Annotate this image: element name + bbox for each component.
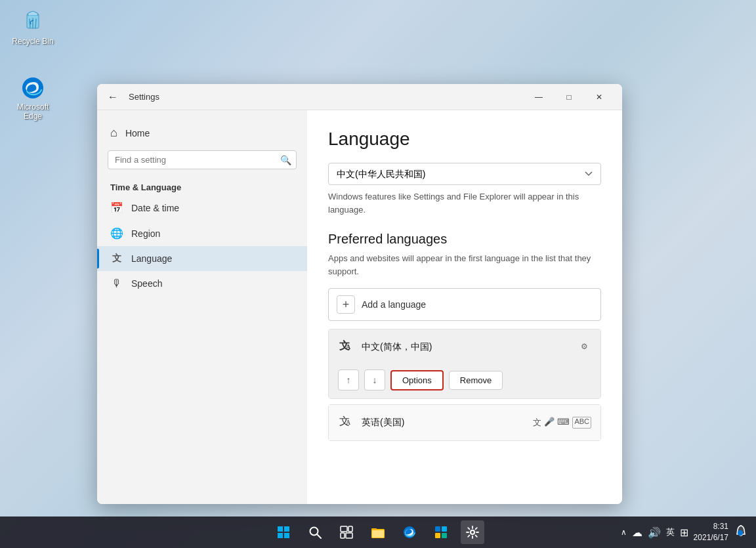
settings-sidebar: ⌂ Home 🔍 Time & Language 📅 Date & time 🌐 — [97, 110, 307, 504]
taskbar-settings-button[interactable] — [461, 520, 484, 544]
windows-language-select[interactable]: 中文(中华人民共和国) — [328, 163, 601, 185]
notification-button[interactable] — [734, 524, 748, 541]
date-time-label: Date & time — [131, 203, 179, 213]
sidebar-search: 🔍 — [108, 150, 297, 169]
window-body: ⌂ Home 🔍 Time & Language 📅 Date & time 🌐 — [97, 110, 622, 504]
notification-badge — [738, 530, 743, 536]
home-icon: ⌂ — [110, 126, 117, 140]
move-down-button[interactable]: ↓ — [364, 369, 385, 390]
sidebar-item-language[interactable]: 文 Language — [97, 246, 307, 271]
svg-rect-11 — [284, 533, 289, 538]
store-button[interactable] — [429, 520, 453, 544]
svg-rect-8 — [278, 526, 283, 532]
zh-cn-icon: 文 A — [338, 337, 354, 356]
zh-cn-controls: ↑ ↓ Options Remove — [329, 364, 600, 398]
sidebar-item-speech[interactable]: 🎙 Speech — [97, 271, 307, 296]
svg-text:A: A — [346, 343, 351, 350]
edge-image — [20, 75, 46, 101]
options-button[interactable]: Options — [390, 370, 444, 390]
minimize-button[interactable]: — — [524, 84, 554, 110]
zh-cn-settings-icon[interactable]: ⚙ — [581, 341, 591, 354]
svg-rect-25 — [442, 533, 447, 538]
svg-text:⚙: ⚙ — [581, 342, 588, 351]
en-us-name: 英语(美国) — [362, 417, 533, 429]
taskbar: ∧ ☁ 🔊 英 ⊞ 8:31 2021/6/17 — [0, 516, 756, 548]
svg-rect-9 — [284, 526, 289, 532]
taskbar-search-button[interactable] — [303, 520, 327, 544]
add-language-button[interactable]: + Add a language — [328, 288, 601, 321]
svg-rect-15 — [348, 526, 352, 532]
svg-rect-17 — [346, 533, 352, 538]
move-up-button[interactable]: ↑ — [338, 369, 359, 390]
volume-icon[interactable]: 🔊 — [648, 526, 661, 539]
svg-rect-23 — [442, 526, 447, 532]
lang-text-icon: 文 — [533, 417, 541, 429]
language-item-zh-cn: 文 A 中文(简体，中国) ⚙ ↑ — [328, 329, 601, 399]
microsoft-edge-icon[interactable]: Microsoft Edge — [7, 72, 59, 124]
language-indicator[interactable]: 英 — [666, 526, 675, 538]
preferred-desc: Apps and websites will appear in the fir… — [328, 252, 601, 278]
taskbar-time: 8:31 2021/6/17 — [694, 521, 728, 543]
system-tray-chevron[interactable]: ∧ — [621, 528, 627, 537]
region-icon: 🌐 — [110, 227, 123, 240]
clock-date: 2021/6/17 — [694, 532, 728, 543]
add-icon: + — [337, 295, 355, 314]
preferred-title: Preferred languages — [328, 232, 601, 247]
task-view-button[interactable] — [335, 520, 358, 544]
taskbar-right: ∧ ☁ 🔊 英 ⊞ 8:31 2021/6/17 — [621, 521, 748, 543]
sidebar-item-home[interactable]: ⌂ Home — [97, 121, 307, 145]
windows-language-desc: Windows features like Settings and File … — [328, 190, 601, 216]
en-us-icon: 文 A — [338, 413, 354, 432]
svg-text:A: A — [346, 419, 351, 426]
sidebar-section-title: Time & Language — [97, 175, 307, 195]
start-button[interactable] — [272, 520, 295, 544]
maximize-button[interactable]: □ — [554, 84, 584, 110]
search-icon: 🔍 — [280, 155, 291, 165]
speech-label: Speech — [131, 278, 162, 289]
lang-item-header-zh-cn[interactable]: 文 A 中文(简体，中国) ⚙ — [329, 329, 600, 364]
svg-rect-16 — [341, 533, 345, 538]
title-bar: ← Settings — □ ✕ — [97, 84, 622, 110]
speech-icon: 🎙 — [110, 278, 123, 289]
svg-rect-10 — [278, 533, 283, 538]
lang-item-header-en-us[interactable]: 文 A 英语(美国) 文 🎤 ⌨ ABC — [329, 405, 600, 440]
svg-point-26 — [471, 530, 474, 534]
svg-rect-22 — [435, 526, 440, 532]
edge-label: Microsoft Edge — [9, 102, 56, 121]
lang-keyboard-icon: ⌨ — [557, 417, 570, 429]
language-icon: 文 — [110, 253, 123, 264]
svg-rect-24 — [435, 533, 440, 538]
sidebar-item-date-time[interactable]: 📅 Date & time — [97, 195, 307, 221]
svg-line-13 — [317, 534, 321, 538]
close-button[interactable]: ✕ — [584, 84, 614, 110]
back-button[interactable]: ← — [105, 89, 121, 106]
main-content: Language 中文(中华人民共和国) Windows features li… — [307, 110, 622, 504]
settings-window: ← Settings — □ ✕ ⌂ Home 🔍 — [97, 84, 622, 504]
file-explorer-button[interactable] — [366, 520, 390, 544]
taskbar-center — [272, 520, 484, 544]
window-controls: — □ ✕ — [524, 84, 614, 110]
lang-mic-icon: 🎤 — [544, 417, 555, 429]
page-title: Language — [328, 129, 601, 150]
recycle-bin-image — [20, 9, 46, 35]
recycle-bin-label: Recycle Bin — [12, 37, 53, 46]
language-label: Language — [131, 253, 172, 264]
add-language-label: Add a language — [362, 299, 426, 310]
recycle-bin-icon[interactable]: Recycle Bin — [7, 7, 59, 49]
sidebar-item-region[interactable]: 🌐 Region — [97, 221, 307, 246]
search-input[interactable] — [108, 150, 297, 169]
remove-button[interactable]: Remove — [449, 371, 503, 390]
svg-point-2 — [22, 77, 43, 98]
clock-time: 8:31 — [694, 521, 728, 532]
date-time-icon: 📅 — [110, 201, 123, 214]
region-label: Region — [131, 228, 160, 239]
language-item-en-us: 文 A 英语(美国) 文 🎤 ⌨ ABC — [328, 404, 601, 441]
svg-rect-14 — [341, 526, 347, 532]
en-us-feature-icons: 文 🎤 ⌨ ABC — [533, 417, 591, 429]
taskbar-edge-button[interactable] — [398, 520, 421, 544]
svg-rect-20 — [372, 530, 384, 537]
cloud-icon: ☁ — [632, 526, 642, 539]
ime-icon[interactable]: ⊞ — [680, 526, 688, 539]
zh-cn-name: 中文(简体，中国) — [362, 341, 581, 353]
window-title: Settings — [129, 92, 159, 102]
